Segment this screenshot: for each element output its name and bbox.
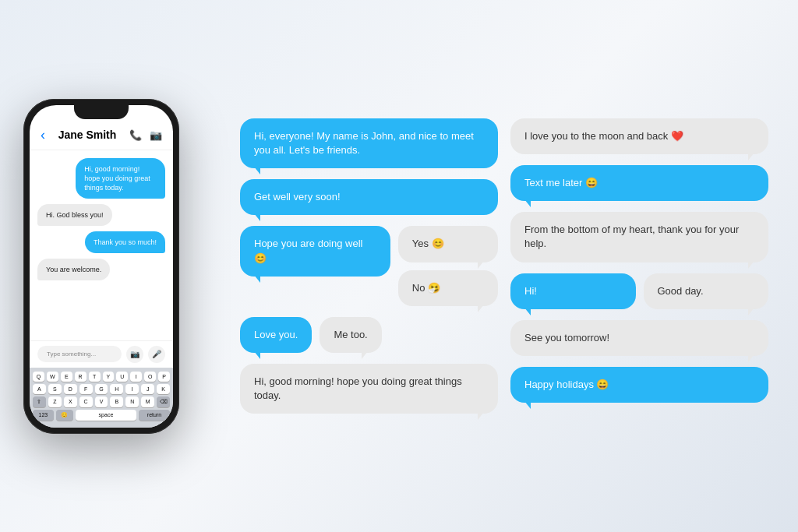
phone-call-icon[interactable]: 📞 (129, 129, 142, 141)
message-input[interactable]: Type something... (37, 346, 122, 362)
key-y[interactable]: Y (103, 372, 115, 382)
key-k[interactable]: K (157, 384, 170, 394)
bubble-see-tomorrow: See you tomorrow! (510, 320, 768, 356)
bubble-intro: Hi, everyone! My name is John, and nice … (240, 118, 498, 168)
key-backspace[interactable]: ⌫ (157, 396, 170, 407)
key-c[interactable]: C (79, 396, 93, 407)
key-i[interactable]: I (130, 372, 142, 382)
bubble-text-later: Text me later 😄 (510, 165, 768, 201)
bubble-love-row: Love you. Me too. (240, 317, 498, 353)
bubble-love-you: Love you. (240, 317, 312, 353)
msg-sent-2: Thank you so much! (85, 231, 165, 253)
messages-list: Hi, good morning! hope you doing great t… (30, 150, 173, 340)
phone-screen: ‹ Jane Smith 📞 📷 Hi, good morning! hope … (30, 105, 173, 428)
key-z[interactable]: Z (48, 396, 62, 407)
bubble-bottom-heart: From the bottom of my heart, thank you f… (510, 212, 768, 262)
key-v[interactable]: V (95, 396, 108, 407)
mic-icon[interactable]: 🎤 (148, 346, 165, 363)
call-icons: 📞 📷 (129, 129, 162, 141)
key-h[interactable]: H (110, 384, 123, 394)
bubble-good-morning: Hi, good morning! hope you doing great t… (240, 364, 498, 414)
camera-icon[interactable]: 📷 (126, 346, 143, 363)
keyboard-row-4: 123 😊 space return (33, 410, 170, 421)
key-w[interactable]: W (47, 372, 58, 382)
keyboard-row-2: A S D F G H I J K (33, 384, 170, 394)
key-x[interactable]: X (64, 396, 77, 407)
key-f[interactable]: F (79, 384, 93, 394)
bubble-no: No 🤧 (398, 270, 498, 306)
msg-received-2: You are welcome. (37, 259, 110, 280)
key-g[interactable]: G (95, 384, 108, 394)
key-e[interactable]: E (61, 372, 72, 382)
key-j[interactable]: J (141, 384, 154, 394)
key-u[interactable]: U (116, 372, 128, 382)
key-t[interactable]: T (89, 372, 101, 382)
video-call-icon[interactable]: 📷 (150, 129, 162, 141)
bubble-hope-well: Hope you are doing well 😊 (240, 226, 390, 276)
key-i2[interactable]: I (125, 384, 139, 394)
message-input-area: Type something... 📷 🎤 (30, 340, 173, 368)
key-space[interactable]: space (76, 410, 136, 421)
keyboard-row-3: ⇧ Z X C V B N M ⌫ (33, 396, 170, 407)
bubble-moon-back: I love you to the moon and back ❤️ (510, 118, 768, 154)
bubble-hope-row: Hope you are doing well 😊 Yes 😊 No 🤧 (240, 226, 498, 305)
key-d[interactable]: D (64, 384, 77, 394)
key-emoji[interactable]: 😊 (56, 410, 73, 421)
keyboard-row-1: Q W E R T Y U I O P (33, 372, 170, 382)
bubble-hi: Hi! (510, 273, 636, 309)
msg-sent-1: Hi, good morning! hope you doing great t… (76, 158, 165, 199)
msg-received-1: Hi. God bless you! (37, 204, 112, 226)
bubble-get-well: Get well very soon! (240, 179, 498, 215)
bubble-hi-goodday-row: Hi! Good day. (510, 273, 768, 309)
phone-frame: ‹ Jane Smith 📞 📷 Hi, good morning! hope … (23, 99, 179, 434)
contact-name: Jane Smith (58, 129, 117, 141)
phone-mockup: ‹ Jane Smith 📞 📷 Hi, good morning! hope … (23, 99, 195, 434)
bubbles-right-col: I love you to the moon and back ❤️ Text … (504, 118, 775, 403)
bubbles-left-col: Hi, everyone! My name is John, and nice … (234, 118, 504, 414)
key-r[interactable]: R (75, 372, 87, 382)
key-a[interactable]: A (33, 384, 46, 394)
key-b[interactable]: B (110, 396, 123, 407)
key-n[interactable]: N (125, 396, 139, 407)
key-123[interactable]: 123 (33, 410, 54, 421)
bubble-yes-no: Yes 😊 No 🤧 (398, 226, 498, 305)
key-m[interactable]: M (141, 396, 154, 407)
key-q[interactable]: Q (33, 372, 44, 382)
speech-bubbles-section: Hi, everyone! My name is John, and nice … (234, 111, 775, 422)
key-return[interactable]: return (139, 410, 170, 421)
bubble-me-too: Me too. (320, 317, 381, 353)
bubble-happy-holidays: Happy holidays 😄 (510, 367, 768, 403)
back-icon[interactable]: ‹ (41, 127, 45, 143)
key-o[interactable]: O (144, 372, 156, 382)
key-s[interactable]: S (48, 384, 62, 394)
key-p[interactable]: P (158, 372, 170, 382)
key-shift[interactable]: ⇧ (33, 396, 46, 407)
keyboard: Q W E R T Y U I O P A S D F G H (30, 368, 173, 428)
phone-notch (74, 105, 129, 119)
bubble-good-day: Good day. (644, 273, 769, 309)
bubble-yes: Yes 😊 (398, 226, 498, 262)
